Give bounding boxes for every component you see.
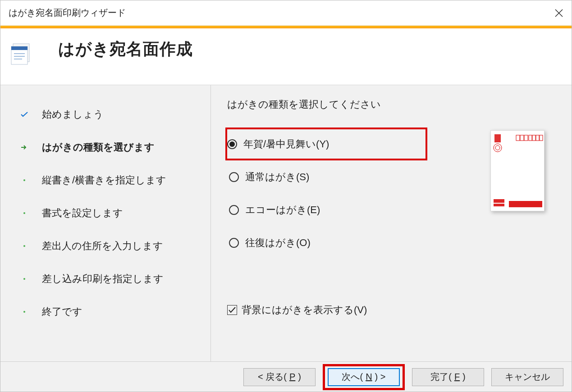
radio-reply[interactable]: 往復はがき(O) — [227, 226, 416, 259]
svg-rect-14 — [540, 135, 543, 141]
postcard-type-group: 年賀/暑中見舞い(Y) 通常はがき(S) エコーはがき(E) 往復はがき(O) — [227, 128, 416, 259]
svg-rect-19 — [494, 204, 504, 206]
radio-label: 往復はがき(O) — [245, 236, 311, 250]
next-accelerator: N — [366, 372, 372, 382]
show-background-checkbox[interactable]: 背景にはがきを表示する(V) — [227, 303, 416, 317]
svg-rect-15 — [494, 134, 501, 142]
step-label: 始めましょう — [42, 108, 104, 121]
dot-icon — [20, 176, 28, 184]
next-label-pre: 次へ( — [342, 371, 363, 383]
back-label-post: ) — [298, 372, 301, 382]
radio-nenga[interactable]: 年賀/暑中見舞い(Y) — [225, 128, 427, 160]
close-button[interactable] — [546, 0, 572, 26]
step-label: 縦書き/横書きを指定します — [42, 173, 166, 187]
svg-rect-11 — [529, 135, 532, 141]
finish-label-post: ) — [462, 372, 466, 382]
postcard-preview — [490, 130, 545, 211]
next-label-post: ) > — [375, 372, 386, 382]
back-label-pre: < 戻る( — [258, 371, 287, 383]
step-label: 差出人の住所を入力します — [42, 239, 163, 253]
dot-icon — [20, 242, 28, 250]
radio-icon — [229, 238, 239, 248]
step-label: 終了です — [42, 305, 82, 319]
wizard-content: 始めましょう はがきの種類を選びます 縦書き/横書きを指定します 書式を設定しま… — [0, 85, 572, 361]
arrow-icon — [20, 143, 28, 151]
finish-accelerator: F — [454, 372, 460, 382]
finish-label-pre: 完了( — [430, 371, 452, 383]
step-item: 書式を設定します — [20, 196, 206, 229]
svg-rect-18 — [494, 199, 504, 203]
svg-rect-4 — [11, 46, 27, 50]
step-label: 差し込み印刷を指定します — [42, 272, 164, 286]
radio-icon — [229, 172, 239, 182]
checkbox-icon — [227, 305, 237, 315]
dot-icon — [20, 209, 28, 217]
radio-normal[interactable]: 通常はがき(S) — [227, 160, 416, 193]
step-label: 書式を設定します — [42, 206, 123, 220]
svg-rect-8 — [516, 135, 520, 141]
step-item: 縦書き/横書きを指定します — [20, 164, 206, 196]
back-button[interactable]: < 戻る(P) — [243, 368, 316, 386]
dot-icon — [20, 275, 28, 283]
radio-label: エコーはがき(E) — [245, 203, 320, 217]
svg-rect-9 — [520, 135, 524, 141]
svg-rect-13 — [536, 135, 539, 141]
window-title: はがき宛名面印刷ウィザード — [9, 7, 126, 19]
step-item: 始めましょう — [20, 98, 206, 131]
next-button[interactable]: 次へ(N) > — [328, 368, 400, 386]
step-list: 始めましょう はがきの種類を選びます 縦書き/横書きを指定します 書式を設定しま… — [0, 85, 211, 361]
close-icon — [555, 9, 563, 17]
svg-point-16 — [494, 144, 502, 152]
svg-rect-10 — [524, 135, 528, 141]
step-item: はがきの種類を選びます — [20, 131, 206, 164]
step-item: 差し込み印刷を指定します — [20, 262, 206, 295]
next-button-highlight: 次へ(N) > — [323, 364, 405, 390]
svg-point-17 — [495, 146, 500, 150]
wizard-doc-icon — [9, 40, 34, 65]
radio-icon — [227, 139, 237, 149]
step-item: 差出人の住所を入力します — [20, 229, 206, 262]
wizard-title: はがき宛名面作成 — [58, 38, 193, 60]
section-title: はがきの種類を選択してください — [227, 98, 416, 111]
checkbox-label: 背景にはがきを表示する(V) — [242, 303, 367, 317]
radio-echo[interactable]: エコーはがき(E) — [227, 193, 416, 226]
radio-label: 年賀/暑中見舞い(Y) — [243, 137, 329, 151]
titlebar: はがき宛名面印刷ウィザード — [0, 0, 572, 26]
main-panel: はがきの種類を選択してください 年賀/暑中見舞い(Y) 通常はがき(S) エコー… — [211, 85, 572, 361]
wizard-footer: < 戻る(P) 次へ(N) > 完了(F) キャンセル — [0, 361, 572, 392]
dot-icon — [20, 308, 28, 316]
step-item: 終了です — [20, 295, 206, 328]
svg-rect-12 — [532, 135, 535, 141]
finish-button[interactable]: 完了(F) — [412, 368, 484, 386]
check-icon — [20, 110, 28, 119]
cancel-button[interactable]: キャンセル — [491, 368, 563, 386]
radio-label: 通常はがき(S) — [245, 170, 309, 184]
radio-icon — [229, 205, 239, 215]
cancel-label: キャンセル — [505, 371, 550, 383]
wizard-header: はがき宛名面作成 — [0, 28, 572, 85]
back-accelerator: P — [289, 372, 295, 382]
step-label: はがきの種類を選びます — [42, 141, 155, 154]
